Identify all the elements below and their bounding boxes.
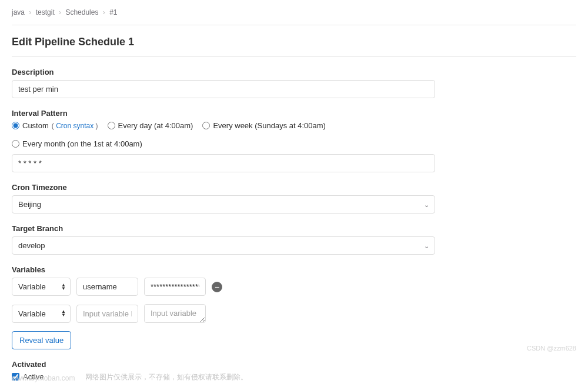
variable-key-input[interactable] [76,278,138,296]
variable-type-select[interactable]: Variable [12,278,71,296]
active-checkbox-label: Active [23,372,44,381]
breadcrumb: java › testgit › Schedules › #1 [12,0,576,25]
timezone-select[interactable]: Beijing [12,195,435,213]
remove-icon[interactable]: − [212,282,222,292]
interval-radio-weekly-label: Every week (Sundays at 4:00am) [213,121,325,130]
chevron-right-icon: › [29,8,31,16]
cron-syntax-link[interactable]: Cron syntax [52,122,98,130]
interval-radio-weekly[interactable] [202,122,210,129]
breadcrumb-item[interactable]: Schedules [65,8,98,16]
activated-label: Activated [12,360,435,369]
variable-value-input[interactable] [144,304,206,323]
breadcrumb-item-current[interactable]: #1 [109,8,117,16]
reveal-value-button[interactable]: Reveal value [12,331,71,349]
chevron-right-icon: › [103,8,105,16]
description-input[interactable] [12,80,435,98]
active-checkbox[interactable] [12,373,19,381]
variable-type-select[interactable]: Variable [12,305,71,323]
interval-label: Interval Pattern [12,109,435,118]
description-label: Description [12,68,435,76]
watermark: CSDN @zzm628 [527,345,576,352]
chevron-right-icon: › [59,8,61,16]
interval-radio-monthly[interactable] [12,140,19,148]
variable-value-input[interactable] [144,278,206,296]
variable-row: Variable ▲▼ [12,304,435,323]
breadcrumb-item[interactable]: testgit [36,8,55,16]
cron-input[interactable] [12,154,435,172]
interval-radio-monthly-label: Every month (on the 1st at 4:00am) [22,139,142,148]
breadcrumb-item[interactable]: java [12,8,25,16]
variable-key-input[interactable] [76,305,138,323]
variables-label: Variables [12,265,435,274]
page-title: Edit Pipeline Schedule 1 [12,36,576,48]
variable-row: Variable ▲▼ − [12,278,435,296]
branch-select[interactable]: develop [12,236,435,255]
divider [12,25,576,25]
interval-radio-daily[interactable] [108,122,115,129]
interval-radio-custom[interactable] [12,122,19,129]
timezone-label: Cron Timezone [12,183,435,192]
interval-radio-daily-label: Every day (at 4:00am) [118,121,193,130]
divider [12,56,576,57]
interval-radio-custom-label: Custom [22,121,49,130]
branch-label: Target Branch [12,224,435,233]
